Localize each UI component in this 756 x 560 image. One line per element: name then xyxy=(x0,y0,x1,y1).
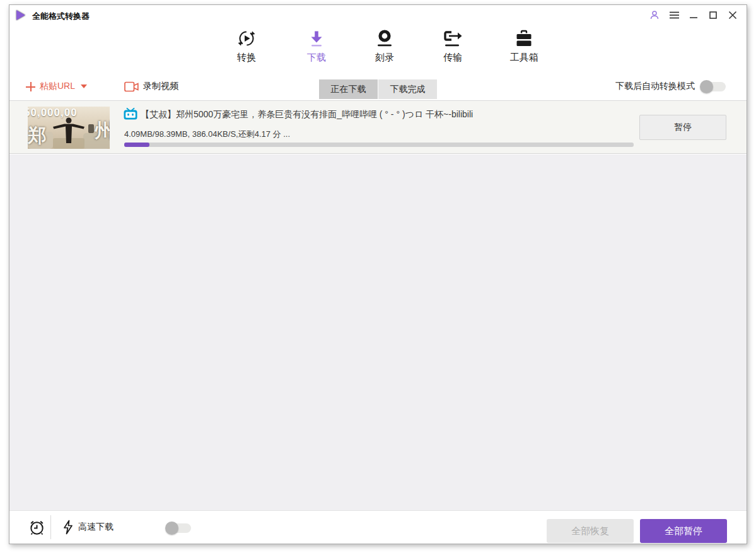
high-speed-download-label: 高速下载 xyxy=(78,522,113,533)
tab-transfer-label: 传输 xyxy=(426,52,479,64)
convert-icon xyxy=(237,29,256,48)
app-title: 全能格式转换器 xyxy=(32,11,90,22)
schedule-clock-icon[interactable] xyxy=(28,519,45,539)
tab-convert-label: 转换 xyxy=(220,52,273,64)
video-title: 【艾叔】郑州5000万豪宅里，养条巨贵有没有排面_哔哩哔哩 ( ° - ° )つ… xyxy=(141,109,620,120)
video-thumbnail: 50,000,00 郑 州 xyxy=(28,107,110,149)
caret-down-icon[interactable] xyxy=(81,85,87,88)
tab-toolbox-label: 工具箱 xyxy=(497,52,550,64)
download-list-area xyxy=(9,155,747,510)
download-icon xyxy=(307,29,326,48)
pause-button[interactable]: 暂停 xyxy=(639,115,726,140)
app-logo-icon xyxy=(16,10,25,20)
close-button[interactable] xyxy=(726,9,739,21)
resume-all-button[interactable]: 全部恢复 xyxy=(547,519,634,543)
tab-convert[interactable]: 转换 xyxy=(220,26,273,74)
tab-burn[interactable]: 刻录 xyxy=(358,26,411,74)
app-window: 全能格式转换器 xyxy=(9,4,747,544)
thumbnail-char-left: 郑 xyxy=(28,123,47,149)
tab-download-complete[interactable]: 下载完成 xyxy=(378,79,437,99)
lightning-icon xyxy=(63,520,73,535)
auto-convert-toggle[interactable] xyxy=(701,82,726,91)
maximize-button[interactable] xyxy=(707,9,719,21)
main-nav: 转换 下载 刻录 xyxy=(9,26,747,76)
progress-bar xyxy=(124,143,634,147)
toolbox-icon xyxy=(515,29,533,48)
toggle-knob xyxy=(165,522,178,535)
download-list-item: 50,000,00 郑 州 【艾叔】郑州5000万豪宅里，养条巨贵有没有排面_哔… xyxy=(9,100,747,154)
auto-convert-label: 下载后自动转换模式 xyxy=(615,81,695,92)
thumbnail-char-right: 州 xyxy=(95,118,110,144)
download-state-tabs: 正在下载 下载完成 xyxy=(319,79,437,99)
titlebar: 全能格式转换器 xyxy=(9,5,747,26)
pause-all-button[interactable]: 全部暂停 xyxy=(640,519,727,543)
progress-fill xyxy=(124,143,149,147)
tab-transfer[interactable]: 传输 xyxy=(426,26,479,74)
bilibili-icon xyxy=(124,108,137,122)
footer-divider xyxy=(50,515,51,539)
tab-download[interactable]: 下载 xyxy=(290,26,343,74)
record-video-label: 录制视频 xyxy=(143,81,178,92)
tab-download-label: 下载 xyxy=(290,52,343,64)
tab-toolbox[interactable]: 工具箱 xyxy=(497,26,550,74)
tab-burn-label: 刻录 xyxy=(358,52,411,64)
plus-icon xyxy=(26,82,35,91)
minimize-button[interactable] xyxy=(687,9,700,21)
record-video-button[interactable]: 录制视频 xyxy=(124,81,178,92)
tab-downloading[interactable]: 正在下载 xyxy=(319,79,378,99)
footer-bar: 高速下载 全部恢复 全部暂停 xyxy=(9,510,747,544)
toggle-knob xyxy=(700,80,713,93)
download-progress-text: 4.09MB/98.39MB, 386.04KB/S,还剩4.17 分 ... xyxy=(124,129,290,140)
paste-url-button[interactable]: 粘贴URL xyxy=(26,81,87,92)
account-icon[interactable] xyxy=(648,9,661,21)
transfer-icon xyxy=(443,29,463,48)
camera-icon xyxy=(124,81,139,92)
thumbnail-money-text: 50,000,00 xyxy=(28,107,110,119)
high-speed-toggle[interactable] xyxy=(166,523,191,533)
burn-icon xyxy=(375,29,394,48)
menu-icon[interactable] xyxy=(668,9,680,21)
download-toolbar: 粘贴URL 录制视频 正在下载 下载完成 下载后自动转换模式 xyxy=(9,76,747,100)
paste-url-label: 粘贴URL xyxy=(40,81,75,92)
